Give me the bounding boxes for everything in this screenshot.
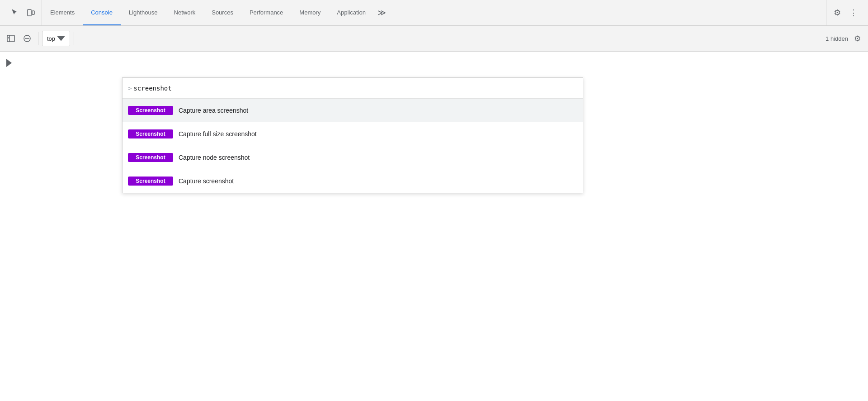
- screenshot-badge-1: Screenshot: [128, 129, 173, 138]
- screenshot-badge-0: Screenshot: [128, 106, 173, 115]
- tab-application[interactable]: Application: [329, 0, 374, 25]
- more-icon: ⋮: [849, 8, 858, 18]
- chevron-right-icon: [5, 59, 13, 67]
- main-area: > screenshot Screenshot Capture area scr…: [0, 52, 868, 71]
- console-settings-button[interactable]: ⚙: [850, 31, 864, 46]
- autocomplete-description-3: Capture screenshot: [179, 177, 234, 185]
- autocomplete-dropdown: > screenshot Screenshot Capture area scr…: [122, 77, 583, 193]
- hidden-count-label: 1 hidden: [826, 35, 848, 42]
- tab-sources[interactable]: Sources: [203, 0, 241, 25]
- autocomplete-item-2[interactable]: Screenshot Capture node screenshot: [123, 146, 583, 169]
- svg-rect-1: [32, 11, 34, 14]
- tab-elements[interactable]: Elements: [42, 0, 83, 25]
- dropdown-arrow-icon: [57, 34, 65, 43]
- inspect-element-button[interactable]: [7, 5, 22, 20]
- tab-lighthouse[interactable]: Lighthouse: [121, 0, 166, 25]
- cursor-icon: [10, 9, 19, 17]
- tab-performance[interactable]: Performance: [241, 0, 291, 25]
- svg-rect-0: [28, 10, 31, 16]
- clear-icon: [23, 34, 31, 43]
- tab-list: Elements Console Lighthouse Network Sour…: [42, 0, 826, 25]
- autocomplete-description-2: Capture node screenshot: [179, 154, 250, 161]
- screenshot-badge-3: Screenshot: [128, 177, 173, 186]
- autocomplete-description-1: Capture full size screenshot: [179, 130, 257, 138]
- svg-rect-2: [7, 35, 14, 42]
- toolbar-separator: [38, 32, 38, 45]
- device-icon: [27, 9, 35, 17]
- console-toolbar: top 1 hidden ⚙: [0, 26, 868, 52]
- sidebar-icon: [7, 34, 15, 43]
- autocomplete-prompt: >: [128, 85, 132, 92]
- svg-line-4: [8, 37, 9, 38]
- screenshot-badge-2: Screenshot: [128, 153, 173, 162]
- device-toggle-button[interactable]: [24, 5, 38, 20]
- settings-icon: ⚙: [834, 8, 841, 18]
- console-settings-icon: ⚙: [854, 34, 861, 43]
- tab-right-icons: ⚙ ⋮: [826, 0, 864, 25]
- tab-network[interactable]: Network: [166, 0, 204, 25]
- tab-memory[interactable]: Memory: [291, 0, 329, 25]
- show-sidebar-button[interactable]: [4, 31, 18, 46]
- autocomplete-item-3[interactable]: Screenshot Capture screenshot: [123, 169, 583, 193]
- clear-console-button[interactable]: [20, 31, 34, 46]
- toolbar-separator-2: [74, 32, 74, 45]
- autocomplete-input-row: > screenshot: [123, 78, 583, 99]
- sidebar-expand-button[interactable]: [0, 52, 18, 71]
- tab-console[interactable]: Console: [83, 0, 121, 25]
- tab-overflow-button[interactable]: ≫: [374, 0, 390, 25]
- tab-bar: Elements Console Lighthouse Network Sour…: [0, 0, 868, 26]
- autocomplete-item-0[interactable]: Screenshot Capture area screenshot: [123, 99, 583, 122]
- frame-selector[interactable]: top: [42, 31, 70, 46]
- autocomplete-description-0: Capture area screenshot: [179, 107, 248, 114]
- autocomplete-input-text: screenshot: [133, 85, 171, 92]
- autocomplete-item-1[interactable]: Screenshot Capture full size screenshot: [123, 122, 583, 146]
- devtools-more-button[interactable]: ⋮: [846, 5, 861, 20]
- tab-icons-left: [4, 0, 42, 25]
- devtools-settings-button[interactable]: ⚙: [830, 5, 844, 20]
